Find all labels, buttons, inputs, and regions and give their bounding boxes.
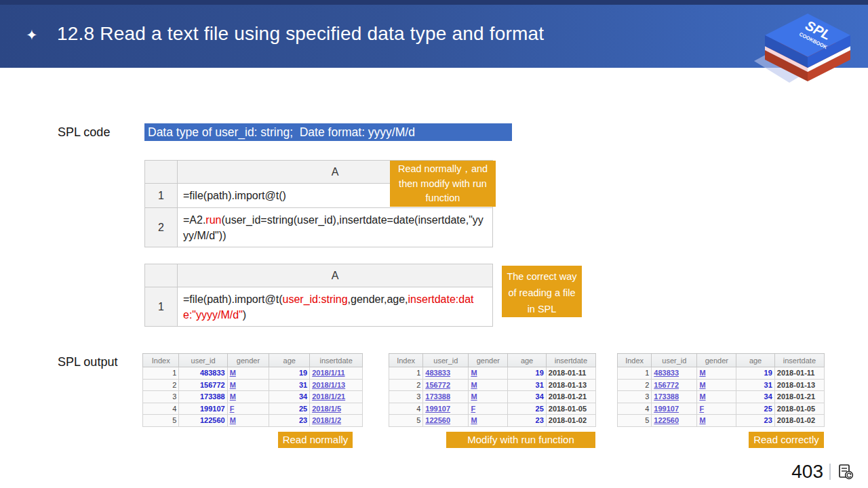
table-cell: 2018-01-02 <box>774 415 824 427</box>
code-table-2-col-a: A <box>178 264 493 287</box>
table-cell: 31 <box>508 379 546 391</box>
table-cell: 156772 <box>423 379 469 391</box>
table-cell: F <box>697 403 736 415</box>
table-cell: 199107 <box>652 403 697 415</box>
table-cell: 2018/1/2 <box>310 415 363 427</box>
table-row: 1483833M192018-01-11 <box>389 367 596 380</box>
output-col-header: Index <box>389 354 423 367</box>
table-cell: 25 <box>269 403 310 415</box>
table-cell: 19 <box>508 367 546 380</box>
table-row: 5122560M232018/1/2 <box>143 415 363 427</box>
table-cell: 4 <box>618 403 652 415</box>
table-cell: 2018-01-11 <box>546 367 595 380</box>
table-cell: 34 <box>269 391 310 403</box>
doc-history-icon <box>837 463 854 481</box>
table-row: 2156772M312018-01-13 <box>389 379 596 391</box>
spl-cookbook-logo: SPL COOKBOOK <box>742 3 859 91</box>
header-banner: ✦ 12.8 Read a text file using specified … <box>0 0 868 68</box>
table-cell: M <box>227 379 269 391</box>
page-number: 403 <box>791 461 823 483</box>
table-row: 5122560M232018-01-02 <box>618 415 825 427</box>
output-col-header: age <box>508 354 546 367</box>
table-cell: 199107 <box>423 403 469 415</box>
table-cell: 483833 <box>179 367 227 380</box>
table-cell: 2018-01-21 <box>546 391 595 403</box>
table-cell: 2018-01-21 <box>774 391 824 403</box>
caption-read-correctly: Read correctly <box>749 432 824 448</box>
table-cell: 2018/1/13 <box>310 379 363 391</box>
table-cell: 173388 <box>652 391 697 403</box>
table-cell: 5 <box>389 415 423 427</box>
table-row: 3173388M342018-01-21 <box>618 391 825 403</box>
callout-correct-way: The correct way of reading a file in SPL <box>502 266 582 317</box>
table-row: 1483833M192018/1/11 <box>143 367 363 380</box>
code-row-number: 2 <box>145 208 178 247</box>
table-cell: 3 <box>389 391 423 403</box>
star-icon: ✦ <box>26 28 38 43</box>
table-row: 4199107F252018-01-05 <box>389 403 596 415</box>
table-cell: 31 <box>269 379 310 391</box>
output-col-header: insertdate <box>774 354 824 367</box>
table-row: 2156772M312018-01-13 <box>618 379 825 391</box>
table-cell: 2 <box>143 379 179 391</box>
table-cell: M <box>697 415 736 427</box>
output-col-header: Index <box>618 354 652 367</box>
caption-read-normally: Read normally <box>278 432 353 448</box>
table-cell: 2018/1/5 <box>310 403 363 415</box>
spl-code-label: SPL code <box>58 125 110 140</box>
output-col-header: user_id <box>423 354 469 367</box>
table-cell: M <box>697 391 736 403</box>
table-cell: 1 <box>143 367 179 380</box>
table-cell: 31 <box>736 379 774 391</box>
output-col-header: age <box>269 354 310 367</box>
table-cell: 19 <box>736 367 774 380</box>
output-col-header: gender <box>227 354 269 367</box>
table-cell: 483833 <box>652 367 697 380</box>
code-table-2: A 1 =file(path).import@t(user_id:string,… <box>144 264 493 327</box>
table-cell: 2018/1/11 <box>310 367 363 380</box>
table-cell: M <box>227 391 269 403</box>
code-cell-a1[interactable]: =file(path).import@t(user_id:string,gend… <box>178 287 493 327</box>
output-table-modify-run: Indexuser_idgenderageinsertdate1483833M1… <box>389 353 596 427</box>
table-cell: 2018-01-11 <box>774 367 824 380</box>
table-cell: 2018-01-02 <box>546 415 595 427</box>
table-row: 4199107F252018-01-05 <box>618 403 825 415</box>
table-cell: M <box>469 379 508 391</box>
table-cell: 2018-01-13 <box>774 379 824 391</box>
output-col-header: user_id <box>179 354 227 367</box>
table-cell: 5 <box>143 415 179 427</box>
table-row: 5122560M232018-01-02 <box>389 415 596 427</box>
table-cell: M <box>227 415 269 427</box>
table-cell: M <box>469 367 508 380</box>
table-cell: 3 <box>618 391 652 403</box>
code-row-number: 1 <box>145 184 178 208</box>
table-cell: M <box>469 391 508 403</box>
table-cell: 173388 <box>423 391 469 403</box>
callout-read-normally-run: Read normally，and then modify with run f… <box>390 161 496 207</box>
table-cell: 34 <box>736 391 774 403</box>
code-cell-a2[interactable]: =A2.run(user_id=string(user_id),insertda… <box>178 208 493 247</box>
table-cell: 23 <box>269 415 310 427</box>
table-cell: F <box>227 403 269 415</box>
table-row: 3173388M342018/1/21 <box>143 391 363 403</box>
table-row: 4199107F252018/1/5 <box>143 403 363 415</box>
footer-separator <box>829 464 831 480</box>
highlight-note: Data type of user_id: string; Date forma… <box>144 123 512 141</box>
caption-modify-run: Modify with run function <box>446 432 595 448</box>
table-cell: M <box>469 415 508 427</box>
table-cell: 199107 <box>179 403 227 415</box>
table-row: 2156772M312018/1/13 <box>143 379 363 391</box>
table-cell: 34 <box>508 391 546 403</box>
table-cell: 156772 <box>179 379 227 391</box>
spl-output-label: SPL output <box>58 355 117 369</box>
table-cell: 483833 <box>423 367 469 380</box>
table-cell: 1 <box>389 367 423 380</box>
table-cell: 25 <box>508 403 546 415</box>
table-cell: 173388 <box>179 391 227 403</box>
table-cell: 2018-01-05 <box>774 403 824 415</box>
table-cell: 122560 <box>423 415 469 427</box>
table-cell: 2 <box>618 379 652 391</box>
table-cell: 23 <box>736 415 774 427</box>
table-cell: 2018/1/21 <box>310 391 363 403</box>
code-table-1-corner <box>145 161 178 184</box>
